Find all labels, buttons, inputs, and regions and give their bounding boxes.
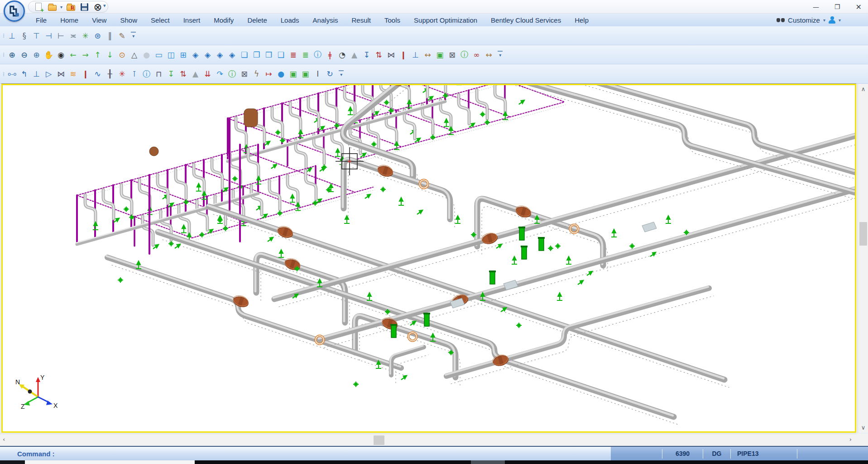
menu-tools[interactable]: Tools (378, 14, 407, 26)
bend-icon[interactable]: ↰ (18, 67, 30, 81)
scroll-down-icon[interactable]: ∨ (858, 424, 868, 431)
piping-model-canvas[interactable]: N Y Z X (3, 85, 855, 431)
guide-support-icon[interactable]: ⊣ (43, 29, 55, 43)
pipe-ruler-icon[interactable]: ↔ (483, 48, 495, 62)
horizontal-scroll-thumb[interactable] (374, 435, 384, 445)
segment-info-icon[interactable]: ⓘ (312, 48, 324, 62)
menu-result[interactable]: Result (345, 14, 378, 26)
distributed-load-icon[interactable]: ⇊ (201, 67, 214, 81)
branch-icon[interactable]: ⊥ (409, 48, 422, 62)
frame-support-icon[interactable]: ⊓ (153, 67, 165, 81)
menu-show[interactable]: Show (113, 14, 144, 26)
open-dropdown-caret-icon[interactable]: ▾ (60, 5, 62, 10)
one-viewport-icon[interactable]: ▭ (153, 48, 165, 62)
fluid-icon[interactable]: ● (275, 67, 287, 81)
bellows-icon[interactable]: ❙ (397, 48, 409, 62)
menu-select[interactable]: Select (144, 14, 177, 26)
nozzle-icon[interactable]: ↧ (165, 67, 177, 81)
zoom-out-icon[interactable]: ⊖ (18, 48, 30, 62)
toolbar-drag-handle[interactable]: ⁞ (3, 51, 4, 58)
iso-view-sw-icon[interactable]: ◈ (201, 48, 214, 62)
zoom-window-icon[interactable]: ⊕ (30, 48, 43, 62)
qat-overflow-button[interactable]: ▾ (103, 3, 106, 9)
pipe-sequence-icon[interactable]: ↷ (214, 67, 226, 81)
save-button[interactable] (79, 2, 90, 12)
flexible-hose-icon[interactable]: ≋ (67, 67, 79, 81)
pan-up-icon[interactable]: ↑ (91, 48, 104, 62)
cube-shaded-view-icon[interactable]: ❒ (263, 48, 275, 62)
cube-front-view-icon[interactable]: ❏ (238, 48, 250, 62)
wireframe-view-icon[interactable]: △ (128, 48, 140, 62)
restore-button[interactable]: ❐ (834, 3, 840, 10)
rotate-component-icon[interactable]: ↻ (324, 67, 336, 81)
recent-files-button[interactable]: R (65, 2, 76, 12)
cross-junction-icon[interactable]: ╂ (104, 67, 116, 81)
support-icon[interactable]: ⊺ (128, 67, 140, 81)
scroll-left-icon[interactable]: ‹ (3, 436, 5, 443)
iso-view-nw-icon[interactable]: ◈ (226, 48, 238, 62)
distance-ruler-icon[interactable]: ↔ (422, 48, 434, 62)
chain-icon[interactable]: ∞ (470, 48, 483, 62)
pan-right-icon[interactable]: → (79, 48, 91, 62)
shaded-view-icon[interactable]: ● (140, 48, 153, 62)
beam-icon[interactable]: Ι (312, 67, 324, 81)
user-caret-icon[interactable]: ▾ (839, 18, 841, 23)
spring-hanger-icon[interactable]: § (18, 29, 30, 43)
menu-analysis[interactable]: Analysis (306, 14, 345, 26)
scroll-up-icon[interactable]: ∧ (858, 86, 868, 92)
menu-bentley-cloud-services[interactable]: Bentley Cloud Services (484, 14, 568, 26)
result-filter-icon[interactable]: ≣ (287, 48, 299, 62)
menu-home[interactable]: Home (53, 14, 85, 26)
soil-info-icon[interactable]: ⓘ (226, 67, 238, 81)
command-prompt-area[interactable]: Command : (0, 447, 611, 460)
valve-icon[interactable]: ⋈ (385, 48, 397, 62)
autopipe-app-button[interactable] (4, 0, 25, 22)
four-viewports-icon[interactable]: ⊞ (177, 48, 189, 62)
zoom-previous-icon[interactable]: ⊙ (116, 48, 128, 62)
joint-icon[interactable]: ⊠ (238, 67, 250, 81)
menu-loads[interactable]: Loads (274, 14, 306, 26)
temperature-icon[interactable]: ǂ (324, 48, 336, 62)
plant-info-icon[interactable]: ⓘ (458, 48, 470, 62)
stretch-dimension-icon[interactable]: ↦ (263, 67, 275, 81)
toolbar-overflow-button[interactable]: ▾ (131, 32, 136, 39)
pan-down-icon[interactable]: ↓ (104, 48, 116, 62)
menu-support-optimization[interactable]: Support Optimization (407, 14, 484, 26)
node-info-icon[interactable]: ⓘ (140, 67, 153, 81)
v-stop-support-icon[interactable]: ⊥ (6, 29, 18, 43)
cube-back-view-icon[interactable]: ❑ (275, 48, 287, 62)
toolbar-drag-handle[interactable]: ⁞ (3, 71, 4, 77)
menu-insert[interactable]: Insert (177, 14, 207, 26)
customize-menu[interactable]: Customize (788, 16, 820, 24)
pan-icon[interactable]: ✋ (43, 48, 55, 62)
pan-left-icon[interactable]: ← (67, 48, 79, 62)
vertical-scrollbar[interactable]: ∧ ∨ (858, 84, 868, 433)
reducer-icon[interactable]: ▷ (43, 67, 55, 81)
zoom-in-icon[interactable]: ⊕ (6, 48, 18, 62)
bearing-support-icon[interactable]: ‖ (104, 29, 116, 43)
menu-file[interactable]: File (29, 14, 53, 26)
cube-top-view-icon[interactable]: ❐ (250, 48, 263, 62)
pressure-gauge-icon[interactable]: ◔ (336, 48, 348, 62)
binoculars-icon[interactable] (777, 18, 785, 22)
run-pipe-icon[interactable]: o–o (6, 67, 18, 81)
flange-pair-icon[interactable]: ❙ (79, 67, 91, 81)
insulation-panel-icon[interactable]: ▣ (287, 67, 299, 81)
rotation-measure-icon[interactable]: ⇅ (177, 67, 189, 81)
load-adjust-icon[interactable]: ⇅ (373, 48, 385, 62)
tee-icon[interactable]: ⊥ (30, 67, 43, 81)
link-icon[interactable]: ⊠ (446, 48, 458, 62)
scroll-right-icon[interactable]: › (849, 436, 852, 443)
close-button[interactable]: ✕ (856, 3, 862, 11)
customize-caret-icon[interactable]: ▾ (823, 18, 825, 23)
toolbar-drag-handle[interactable]: ⁞ (3, 32, 4, 39)
two-viewports-icon[interactable]: ◫ (165, 48, 177, 62)
point-load-icon[interactable]: ↧ (360, 48, 373, 62)
iso-view-se-icon[interactable]: ◈ (189, 48, 201, 62)
menu-help[interactable]: Help (568, 14, 595, 26)
weld-icon[interactable]: ϟ (250, 67, 263, 81)
tie-link-support-icon[interactable]: ✳ (79, 29, 91, 43)
close-model-button[interactable]: ⊗ (92, 2, 103, 12)
weight-icon[interactable]: ▲ (189, 67, 201, 81)
weight-icon[interactable]: ▲ (348, 48, 360, 62)
